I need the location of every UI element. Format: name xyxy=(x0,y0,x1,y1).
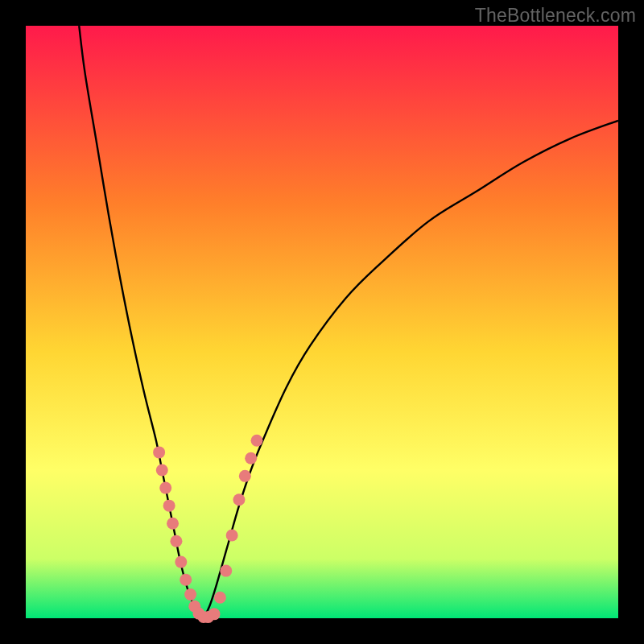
chart-frame: TheBottleneck.com xyxy=(0,0,644,644)
plot-area xyxy=(26,26,618,618)
watermark-text: TheBottleneck.com xyxy=(475,5,636,27)
